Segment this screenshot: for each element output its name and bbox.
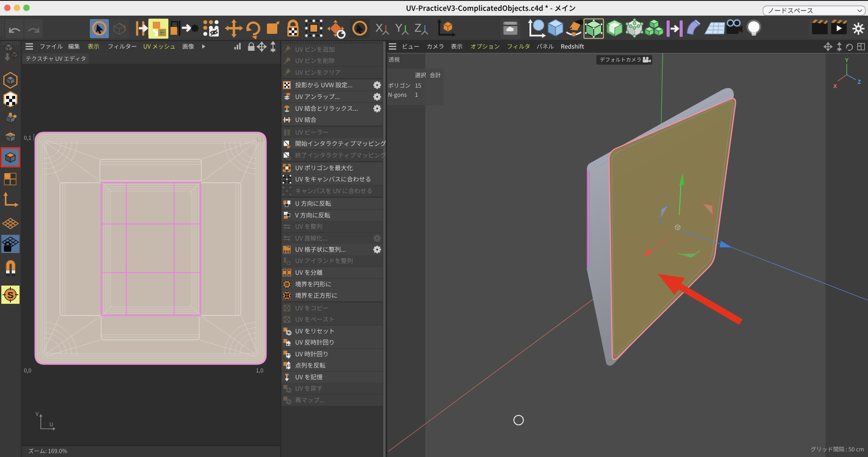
svg-text:S: S <box>7 290 13 300</box>
svg-text:Y: Y <box>395 21 402 34</box>
svg-text:X: X <box>833 83 837 89</box>
svg-text:Z: Z <box>414 21 421 34</box>
svg-text:X: X <box>375 21 383 34</box>
svg-text:Y: Y <box>845 57 849 63</box>
svg-text:Z: Z <box>858 79 861 85</box>
